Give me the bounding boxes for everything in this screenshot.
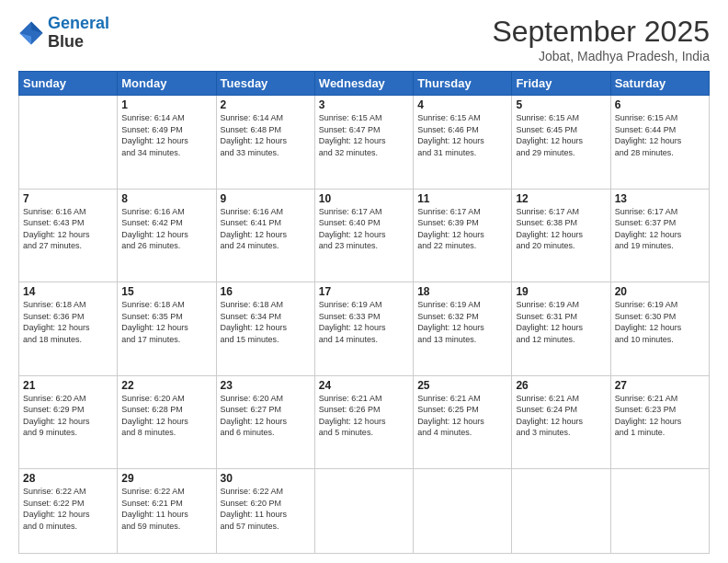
col-header-monday: Monday xyxy=(118,72,216,96)
day-number: 8 xyxy=(121,192,211,205)
day-info: Sunrise: 6:20 AM Sunset: 6:29 PM Dayligh… xyxy=(23,393,113,439)
calendar-cell: 14Sunrise: 6:18 AM Sunset: 6:36 PM Dayli… xyxy=(19,282,118,376)
week-row-0: 1Sunrise: 6:14 AM Sunset: 6:49 PM Daylig… xyxy=(19,96,710,190)
col-header-sunday: Sunday xyxy=(19,72,118,96)
day-number: 2 xyxy=(221,98,311,111)
month-title: September 2025 xyxy=(492,15,710,49)
day-number: 5 xyxy=(516,98,606,111)
day-number: 11 xyxy=(417,192,507,205)
day-number: 18 xyxy=(417,285,507,298)
calendar-cell: 5Sunrise: 6:15 AM Sunset: 6:45 PM Daylig… xyxy=(512,96,610,190)
day-number: 16 xyxy=(221,285,311,298)
day-info: Sunrise: 6:15 AM Sunset: 6:45 PM Dayligh… xyxy=(516,112,606,158)
day-info: Sunrise: 6:17 AM Sunset: 6:40 PM Dayligh… xyxy=(319,206,409,252)
day-number: 14 xyxy=(23,285,113,298)
col-header-saturday: Saturday xyxy=(610,72,709,96)
day-info: Sunrise: 6:15 AM Sunset: 6:44 PM Dayligh… xyxy=(615,112,705,158)
calendar-cell: 28Sunrise: 6:22 AM Sunset: 6:22 PM Dayli… xyxy=(19,469,118,554)
calendar-cell: 20Sunrise: 6:19 AM Sunset: 6:30 PM Dayli… xyxy=(610,282,709,376)
day-number: 26 xyxy=(516,379,606,392)
calendar-cell: 13Sunrise: 6:17 AM Sunset: 6:37 PM Dayli… xyxy=(610,189,709,282)
col-header-thursday: Thursday xyxy=(414,72,512,96)
day-info: Sunrise: 6:16 AM Sunset: 6:42 PM Dayligh… xyxy=(121,206,211,252)
day-info: Sunrise: 6:19 AM Sunset: 6:33 PM Dayligh… xyxy=(319,299,409,345)
day-number: 17 xyxy=(319,285,409,298)
day-info: Sunrise: 6:20 AM Sunset: 6:28 PM Dayligh… xyxy=(121,393,211,439)
page: General Blue September 2025 Jobat, Madhy… xyxy=(0,0,728,563)
logo-general: General xyxy=(48,14,109,32)
day-info: Sunrise: 6:22 AM Sunset: 6:21 PM Dayligh… xyxy=(121,486,211,532)
logo-icon xyxy=(18,20,44,46)
day-info: Sunrise: 6:22 AM Sunset: 6:20 PM Dayligh… xyxy=(221,486,311,532)
calendar-cell: 29Sunrise: 6:22 AM Sunset: 6:21 PM Dayli… xyxy=(118,469,216,554)
calendar-cell: 8Sunrise: 6:16 AM Sunset: 6:42 PM Daylig… xyxy=(118,189,216,282)
calendar-cell: 30Sunrise: 6:22 AM Sunset: 6:20 PM Dayli… xyxy=(216,469,314,554)
calendar-cell: 2Sunrise: 6:14 AM Sunset: 6:48 PM Daylig… xyxy=(216,96,314,190)
day-info: Sunrise: 6:19 AM Sunset: 6:32 PM Dayligh… xyxy=(417,299,507,345)
calendar-cell xyxy=(314,469,413,554)
day-number: 12 xyxy=(516,192,606,205)
calendar-cell: 7Sunrise: 6:16 AM Sunset: 6:43 PM Daylig… xyxy=(19,189,118,282)
day-info: Sunrise: 6:18 AM Sunset: 6:34 PM Dayligh… xyxy=(221,299,311,345)
day-number: 25 xyxy=(417,379,507,392)
week-row-3: 21Sunrise: 6:20 AM Sunset: 6:29 PM Dayli… xyxy=(19,375,710,469)
calendar-cell: 26Sunrise: 6:21 AM Sunset: 6:24 PM Dayli… xyxy=(512,375,610,469)
day-info: Sunrise: 6:19 AM Sunset: 6:31 PM Dayligh… xyxy=(516,299,606,345)
logo: General Blue xyxy=(18,15,109,52)
calendar-cell: 18Sunrise: 6:19 AM Sunset: 6:32 PM Dayli… xyxy=(414,282,512,376)
week-row-1: 7Sunrise: 6:16 AM Sunset: 6:43 PM Daylig… xyxy=(19,189,710,282)
day-info: Sunrise: 6:14 AM Sunset: 6:48 PM Dayligh… xyxy=(221,112,311,158)
day-number: 1 xyxy=(121,98,211,111)
day-number: 4 xyxy=(417,98,507,111)
calendar-cell: 4Sunrise: 6:15 AM Sunset: 6:46 PM Daylig… xyxy=(414,96,512,190)
day-number: 13 xyxy=(615,192,705,205)
day-number: 20 xyxy=(615,285,705,298)
week-row-4: 28Sunrise: 6:22 AM Sunset: 6:22 PM Dayli… xyxy=(19,469,710,554)
day-info: Sunrise: 6:21 AM Sunset: 6:23 PM Dayligh… xyxy=(615,393,705,439)
calendar-cell: 24Sunrise: 6:21 AM Sunset: 6:26 PM Dayli… xyxy=(314,375,413,469)
day-number: 27 xyxy=(615,379,705,392)
calendar-cell xyxy=(610,469,709,554)
day-number: 30 xyxy=(221,472,311,485)
day-info: Sunrise: 6:19 AM Sunset: 6:30 PM Dayligh… xyxy=(615,299,705,345)
col-header-tuesday: Tuesday xyxy=(216,72,314,96)
day-number: 15 xyxy=(121,285,211,298)
calendar-cell: 9Sunrise: 6:16 AM Sunset: 6:41 PM Daylig… xyxy=(216,189,314,282)
col-header-friday: Friday xyxy=(512,72,610,96)
calendar-cell xyxy=(512,469,610,554)
day-info: Sunrise: 6:22 AM Sunset: 6:22 PM Dayligh… xyxy=(23,486,113,532)
calendar-cell xyxy=(19,96,118,190)
calendar-cell: 25Sunrise: 6:21 AM Sunset: 6:25 PM Dayli… xyxy=(414,375,512,469)
calendar-cell: 15Sunrise: 6:18 AM Sunset: 6:35 PM Dayli… xyxy=(118,282,216,376)
calendar-cell: 12Sunrise: 6:17 AM Sunset: 6:38 PM Dayli… xyxy=(512,189,610,282)
calendar-cell: 17Sunrise: 6:19 AM Sunset: 6:33 PM Dayli… xyxy=(314,282,413,376)
day-number: 19 xyxy=(516,285,606,298)
logo-blue: Blue xyxy=(48,33,109,52)
day-info: Sunrise: 6:16 AM Sunset: 6:43 PM Dayligh… xyxy=(23,206,113,252)
day-info: Sunrise: 6:21 AM Sunset: 6:24 PM Dayligh… xyxy=(516,393,606,439)
header: General Blue September 2025 Jobat, Madhy… xyxy=(18,15,710,63)
calendar-cell xyxy=(414,469,512,554)
day-number: 24 xyxy=(319,379,409,392)
day-number: 3 xyxy=(319,98,409,111)
day-number: 10 xyxy=(319,192,409,205)
day-info: Sunrise: 6:21 AM Sunset: 6:25 PM Dayligh… xyxy=(417,393,507,439)
calendar-cell: 16Sunrise: 6:18 AM Sunset: 6:34 PM Dayli… xyxy=(216,282,314,376)
calendar-header-row: SundayMondayTuesdayWednesdayThursdayFrid… xyxy=(19,72,710,96)
day-info: Sunrise: 6:20 AM Sunset: 6:27 PM Dayligh… xyxy=(221,393,311,439)
calendar-cell: 10Sunrise: 6:17 AM Sunset: 6:40 PM Dayli… xyxy=(314,189,413,282)
calendar-cell: 23Sunrise: 6:20 AM Sunset: 6:27 PM Dayli… xyxy=(216,375,314,469)
day-number: 29 xyxy=(121,472,211,485)
title-block: September 2025 Jobat, Madhya Pradesh, In… xyxy=(492,15,710,63)
day-number: 23 xyxy=(221,379,311,392)
day-info: Sunrise: 6:16 AM Sunset: 6:41 PM Dayligh… xyxy=(221,206,311,252)
day-number: 6 xyxy=(615,98,705,111)
day-info: Sunrise: 6:15 AM Sunset: 6:47 PM Dayligh… xyxy=(319,112,409,158)
calendar-table: SundayMondayTuesdayWednesdayThursdayFrid… xyxy=(18,71,710,554)
calendar-cell: 1Sunrise: 6:14 AM Sunset: 6:49 PM Daylig… xyxy=(118,96,216,190)
week-row-2: 14Sunrise: 6:18 AM Sunset: 6:36 PM Dayli… xyxy=(19,282,710,376)
day-info: Sunrise: 6:18 AM Sunset: 6:35 PM Dayligh… xyxy=(121,299,211,345)
day-number: 28 xyxy=(23,472,113,485)
location: Jobat, Madhya Pradesh, India xyxy=(492,49,710,63)
day-number: 22 xyxy=(121,379,211,392)
